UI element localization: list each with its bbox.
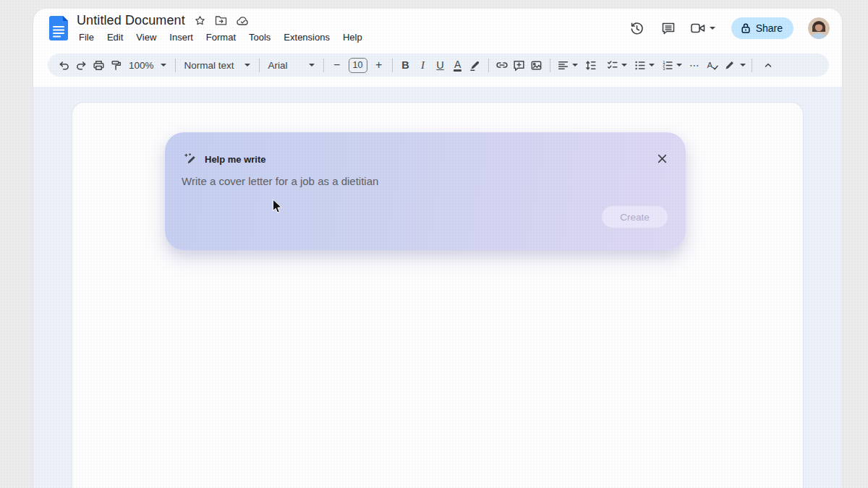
undo-icon[interactable]	[55, 56, 72, 74]
share-label: Share	[756, 22, 783, 34]
document-canvas: Help me write Write a cover letter for a…	[33, 87, 842, 488]
menu-file[interactable]: File	[75, 30, 98, 44]
chevron-down-icon	[309, 64, 315, 67]
lock-icon	[741, 22, 751, 34]
chevron-down-icon	[161, 64, 166, 67]
menu-tools[interactable]: Tools	[245, 30, 274, 44]
mouse-cursor	[272, 199, 283, 214]
bold-button[interactable]: B	[397, 56, 414, 74]
menu-help[interactable]: Help	[339, 30, 366, 44]
menu-bar: File Edit View Insert Format Tools Exten…	[75, 30, 366, 44]
docs-logo-icon[interactable]	[49, 16, 68, 40]
paint-format-icon[interactable]	[107, 56, 124, 74]
font-size-input[interactable]: 10	[349, 58, 367, 73]
document-page[interactable]: Help me write Write a cover letter for a…	[72, 103, 803, 488]
chevron-down-icon[interactable]	[649, 64, 655, 67]
document-title[interactable]: Untitled Document	[77, 13, 185, 28]
share-button[interactable]: Share	[731, 17, 793, 39]
checklist-icon[interactable]	[604, 56, 621, 74]
collapse-chevron-icon[interactable]	[760, 56, 777, 74]
underline-button[interactable]: U	[432, 56, 449, 74]
svg-text:3: 3	[663, 66, 665, 70]
chevron-down-icon[interactable]	[676, 64, 682, 67]
toolbar: 100% Normal text Arial − 10 + B I U A	[48, 53, 829, 77]
help-me-write-dialog: Help me write Write a cover letter for a…	[165, 132, 686, 250]
redo-icon[interactable]	[72, 56, 90, 74]
close-icon[interactable]	[655, 152, 668, 165]
font-select[interactable]: Arial	[264, 56, 319, 74]
more-options-button[interactable]: ⋯	[686, 56, 704, 74]
prompt-input[interactable]: Write a cover letter for a job as a diet…	[182, 175, 378, 187]
svg-text:A: A	[707, 60, 712, 69]
bulleted-list-icon[interactable]	[631, 56, 649, 74]
line-spacing-icon[interactable]	[582, 56, 600, 74]
magic-pencil-icon	[184, 153, 197, 166]
docs-app-window: Untitled Document File Edi	[33, 9, 842, 488]
dialog-title: Help me write	[205, 154, 266, 165]
chevron-down-icon[interactable]	[740, 64, 746, 67]
editing-pen-icon[interactable]	[721, 56, 739, 74]
chevron-down-icon[interactable]	[710, 27, 715, 30]
cloud-saved-icon[interactable]	[237, 16, 250, 26]
spellcheck-icon[interactable]: A	[704, 56, 721, 74]
app-header: Untitled Document File Edi	[33, 9, 842, 45]
version-history-icon[interactable]	[628, 19, 647, 38]
print-icon[interactable]	[90, 56, 107, 74]
menu-insert[interactable]: Insert	[166, 30, 197, 44]
move-folder-icon[interactable]	[215, 15, 227, 26]
comments-icon[interactable]	[659, 19, 678, 38]
meet-video-icon[interactable]	[690, 22, 715, 35]
insert-image-icon[interactable]	[528, 56, 545, 74]
italic-button[interactable]: I	[414, 56, 432, 74]
create-button[interactable]: Create	[602, 206, 668, 228]
link-icon[interactable]	[493, 56, 511, 74]
numbered-list-icon[interactable]: 1 2 3	[659, 56, 676, 74]
menu-extensions[interactable]: Extensions	[280, 30, 333, 44]
menu-format[interactable]: Format	[203, 30, 239, 44]
chevron-down-icon[interactable]	[572, 64, 578, 67]
highlighter-icon[interactable]	[467, 56, 484, 74]
font-size-decrease-button[interactable]: −	[328, 56, 346, 74]
add-comment-icon[interactable]	[511, 56, 528, 74]
text-color-button[interactable]: A	[449, 56, 467, 74]
chevron-down-icon	[244, 64, 250, 67]
font-size-increase-button[interactable]: +	[370, 56, 388, 74]
avatar[interactable]	[808, 17, 830, 39]
menu-view[interactable]: View	[132, 30, 160, 44]
chevron-down-icon[interactable]	[621, 64, 627, 67]
zoom-select[interactable]: 100%	[124, 56, 171, 74]
menu-edit[interactable]: Edit	[103, 30, 127, 44]
styles-select[interactable]: Normal text	[180, 56, 255, 74]
star-icon[interactable]	[195, 15, 205, 26]
align-left-icon[interactable]	[555, 56, 572, 74]
